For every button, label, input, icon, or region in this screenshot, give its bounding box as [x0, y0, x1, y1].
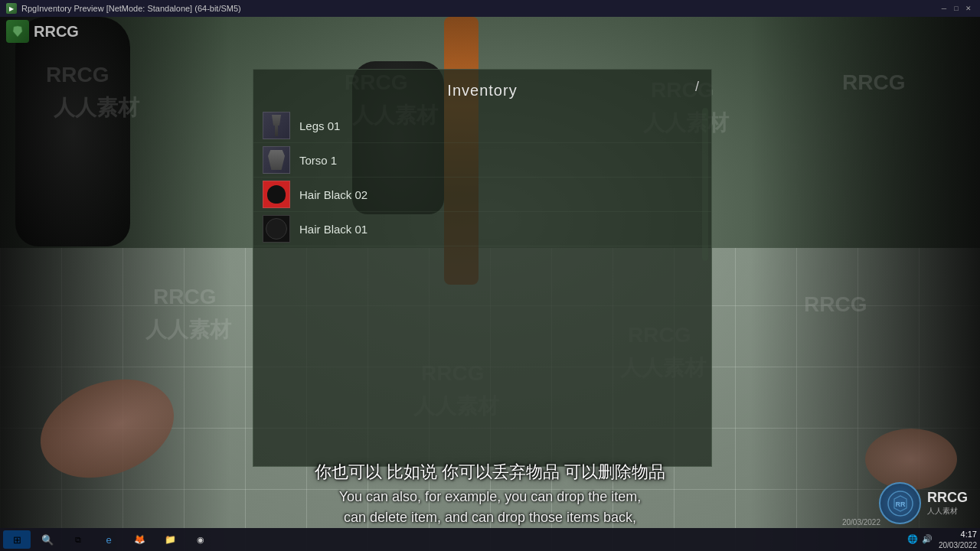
item-thumbnail-torso1 [263, 146, 290, 174]
item-name-hairblack02: Hair Black 02 [299, 188, 368, 201]
logo-area: RR RRCG 人人素材 [879, 482, 968, 524]
logo-text-block: RRCG 人人素材 [927, 490, 968, 517]
inventory-panel: Inventory / Legs 01 Torso 1 Hair Black 0… [253, 69, 712, 467]
taskbar: ⊞ 🔍 ⧉ e 🦊 📁 ◉ 🌐 🔊 4:17 20/03/2022 [0, 528, 980, 551]
start-icon: ⊞ [13, 534, 21, 546]
network-icon: 🌐 [907, 534, 918, 544]
firefox-icon: 🦊 [134, 534, 145, 545]
item-name-legs01: Legs 01 [299, 119, 340, 132]
taskbar-search[interactable]: 🔍 [34, 530, 61, 549]
taskbar-system-icons: 🌐 🔊 [907, 534, 933, 544]
dark-figure-left [15, 17, 130, 246]
taskbar-unreal[interactable]: ◉ [187, 530, 214, 549]
unreal-icon: ◉ [197, 535, 204, 545]
taskbar-firefox[interactable]: 🦊 [126, 530, 153, 549]
scroll-indicator [702, 108, 708, 261]
date-stamp: 20/03/2022 [842, 518, 880, 527]
item-thumbnail-legs01 [263, 112, 290, 139]
logo-circle: RR [879, 482, 921, 524]
task-view-icon: ⧉ [75, 535, 81, 545]
title-bar: ▶ RpgInventory Preview [NetMode: Standal… [0, 0, 980, 17]
item-name-hairblack01: Hair Black 01 [299, 223, 368, 236]
subtitle-bar: 你也可以 比如说 你可以丢弃物品 可以删除物品 You can also, fo… [0, 461, 980, 528]
brand-name-label: RRCG [34, 23, 79, 41]
edge-icon: e [106, 534, 111, 546]
taskbar-folder[interactable]: 📁 [156, 530, 184, 549]
folder-icon: 📁 [165, 534, 176, 545]
search-icon: 🔍 [41, 534, 54, 546]
minimize-button[interactable]: ─ [939, 3, 949, 14]
item-name-torso1: Torso 1 [299, 154, 337, 167]
close-button[interactable]: ✕ [963, 3, 974, 14]
inventory-item-hairblack02[interactable]: Hair Black 02 [253, 178, 711, 212]
subtitle-english: You can also, for example, you can drop … [15, 487, 965, 528]
taskbar-clock[interactable]: 4:17 20/03/2022 [939, 529, 977, 549]
inventory-item-torso1[interactable]: Torso 1 [253, 143, 711, 178]
inventory-close-button[interactable]: / [695, 79, 699, 95]
start-button[interactable]: ⊞ [3, 530, 31, 549]
svg-text:RR: RR [895, 500, 905, 508]
brand-logo-small [6, 20, 29, 43]
taskbar-task-view[interactable]: ⧉ [64, 530, 92, 549]
subtitle-en-line1: You can also, for example, you can drop … [339, 489, 642, 504]
subtitle-chinese: 你也可以 比如说 你可以丢弃物品 可以删除物品 [15, 461, 965, 484]
volume-icon: 🔊 [922, 534, 933, 544]
item-thumbnail-hairblack01 [263, 215, 290, 243]
app-icon: ▶ [6, 3, 17, 14]
logo-cn-text: 人人素材 [927, 506, 968, 517]
title-bar-left: ▶ RpgInventory Preview [NetMode: Standal… [6, 3, 241, 14]
top-brand: RRCG [6, 20, 79, 43]
clock-time: 4:17 [939, 529, 977, 540]
taskbar-right: 🌐 🔊 4:17 20/03/2022 [907, 529, 977, 549]
inventory-list: Legs 01 Torso 1 Hair Black 02 Hair Black… [253, 109, 711, 246]
title-bar-controls: ─ □ ✕ [939, 3, 974, 14]
inventory-item-legs01[interactable]: Legs 01 [253, 109, 711, 143]
inventory-title: Inventory [253, 70, 711, 109]
inventory-item-hairblack01[interactable]: Hair Black 01 [253, 212, 711, 246]
taskbar-edge[interactable]: e [95, 530, 122, 549]
title-bar-text: RpgInventory Preview [NetMode: Standalon… [21, 4, 241, 13]
subtitle-en-line2: can delete item, and can drop those item… [344, 510, 636, 525]
clock-date: 20/03/2022 [939, 540, 977, 550]
taskbar-left: ⊞ 🔍 ⧉ e 🦊 📁 ◉ [3, 530, 214, 549]
item-thumbnail-hairblack02 [263, 181, 290, 208]
maximize-button[interactable]: □ [951, 3, 962, 14]
logo-rrcg-text: RRCG [927, 490, 968, 506]
